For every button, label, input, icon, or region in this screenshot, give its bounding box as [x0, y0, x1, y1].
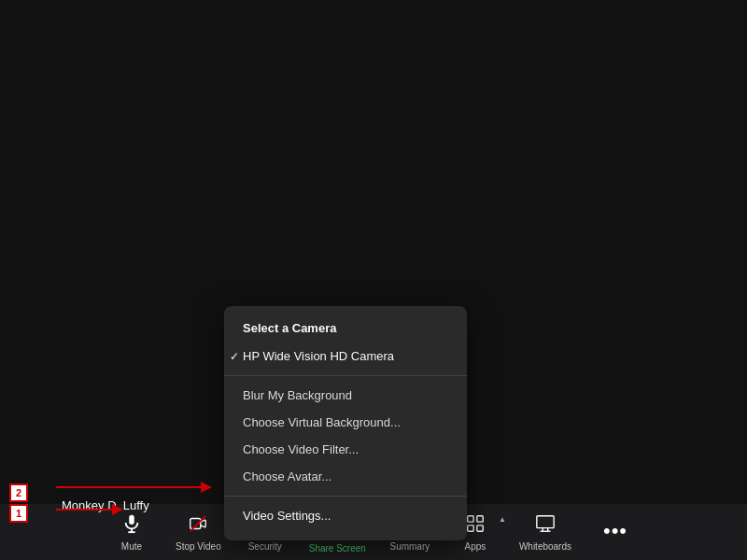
summary-label: Summary — [389, 541, 430, 552]
apps-label: Apps — [464, 541, 486, 552]
participant-name: Monkey D. Luffy — [56, 497, 155, 514]
menu-item-video-filter[interactable]: Choose Video Filter... — [224, 436, 467, 463]
menu-item-video-settings[interactable]: Video Settings... — [224, 502, 467, 529]
toolbar-item-mute[interactable]: Mute — [99, 508, 164, 557]
toolbar-item-more[interactable]: ••• — [583, 513, 648, 552]
mic-icon — [121, 513, 142, 539]
svg-rect-12 — [468, 525, 473, 530]
mute-label: Mute — [121, 541, 142, 552]
menu-item-label: Video Settings... — [243, 509, 331, 523]
toolbar-item-whiteboards[interactable]: Whiteboards — [508, 508, 583, 557]
chevron-icon: ▲ — [499, 515, 506, 524]
menu-item-label: Choose Virtual Background... — [243, 415, 401, 429]
svg-rect-11 — [477, 515, 483, 521]
toolbar-item-stop-video[interactable]: Stop Video ▲ — [164, 508, 233, 557]
menu-item-label: Blur My Background — [243, 388, 352, 402]
menu-item-blur-bg[interactable]: Blur My Background — [224, 382, 467, 409]
whiteboard-icon — [534, 513, 557, 539]
security-label: Security — [248, 541, 282, 552]
stop-video-label: Stop Video — [176, 541, 221, 552]
svg-rect-2 — [129, 514, 134, 524]
menu-item-hp-camera[interactable]: ✓ HP Wide Vision HD Camera — [224, 343, 467, 370]
video-icon — [187, 513, 209, 539]
svg-rect-13 — [477, 525, 483, 530]
annotation-badge-2: 2 — [9, 483, 28, 502]
menu-item-label: Choose Video Filter... — [243, 442, 359, 456]
check-icon: ✓ — [230, 350, 239, 363]
menu-item-avatar[interactable]: Choose Avatar... — [224, 463, 467, 490]
more-icon: ••• — [603, 519, 627, 543]
whiteboards-label: Whiteboards — [519, 541, 571, 552]
camera-context-menu: Select a Camera ✓ HP Wide Vision HD Came… — [224, 306, 467, 540]
grid-icon — [465, 513, 486, 539]
menu-title: Select a Camera — [224, 317, 467, 343]
svg-rect-10 — [468, 515, 473, 521]
menu-item-label: Choose Avatar... — [243, 469, 331, 483]
svg-rect-14 — [537, 515, 554, 527]
menu-separator-2 — [224, 496, 467, 497]
menu-item-label: HP Wide Vision HD Camera — [243, 349, 394, 363]
annotation-badge-1: 1 — [9, 504, 28, 523]
menu-separator-1 — [224, 375, 467, 376]
share-screen-label: Share Screen — [309, 543, 366, 553]
menu-item-virtual-bg[interactable]: Choose Virtual Background... — [224, 409, 467, 436]
